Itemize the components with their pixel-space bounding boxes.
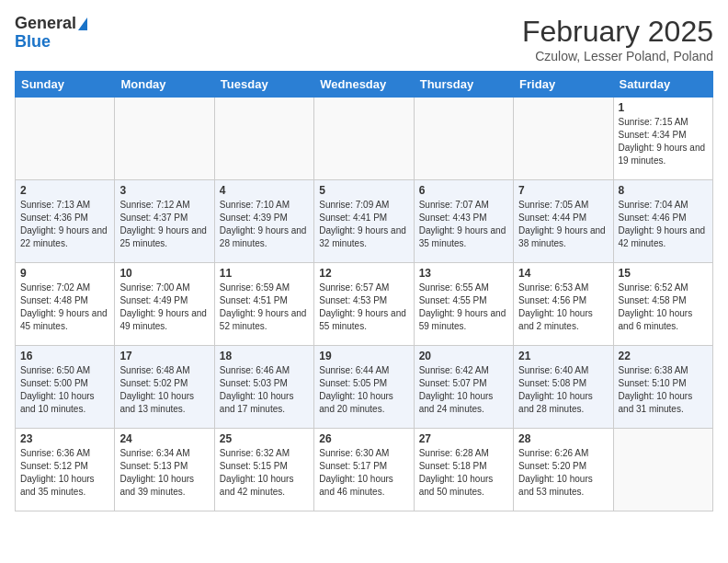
day-info: Sunrise: 6:57 AM Sunset: 4:53 PM Dayligh… [319, 282, 408, 333]
weekday-header-sunday: Sunday [16, 72, 115, 98]
calendar-cell [16, 98, 115, 180]
day-number: 1 [619, 101, 708, 114]
calendar-table: SundayMondayTuesdayWednesdayThursdayFrid… [15, 71, 713, 511]
day-number: 6 [419, 184, 508, 197]
day-info: Sunrise: 6:36 AM Sunset: 5:12 PM Dayligh… [20, 447, 109, 499]
day-info: Sunrise: 7:05 AM Sunset: 4:44 PM Dayligh… [518, 199, 608, 250]
day-info: Sunrise: 7:12 AM Sunset: 4:37 PM Dayligh… [119, 199, 209, 250]
day-number: 13 [419, 267, 508, 280]
calendar-cell: 10Sunrise: 7:00 AM Sunset: 4:49 PM Dayli… [115, 263, 214, 346]
day-number: 16 [20, 350, 109, 362]
calendar-cell: 23Sunrise: 6:36 AM Sunset: 5:12 PM Dayli… [16, 429, 115, 511]
day-number: 3 [119, 184, 209, 197]
day-info: Sunrise: 6:44 AM Sunset: 5:05 PM Dayligh… [319, 364, 408, 416]
day-info: Sunrise: 6:26 AM Sunset: 5:20 PM Dayligh… [518, 447, 608, 499]
calendar-cell: 20Sunrise: 6:42 AM Sunset: 5:07 PM Dayli… [414, 346, 513, 429]
calendar-cell: 13Sunrise: 6:55 AM Sunset: 4:55 PM Dayli… [414, 263, 513, 346]
day-info: Sunrise: 6:40 AM Sunset: 5:08 PM Dayligh… [518, 364, 608, 416]
calendar-cell: 26Sunrise: 6:30 AM Sunset: 5:17 PM Dayli… [314, 429, 414, 511]
calendar-cell: 27Sunrise: 6:28 AM Sunset: 5:18 PM Dayli… [414, 429, 513, 511]
day-info: Sunrise: 6:50 AM Sunset: 5:00 PM Dayligh… [20, 364, 109, 416]
calendar-week-row: 2Sunrise: 7:13 AM Sunset: 4:36 PM Daylig… [16, 180, 713, 263]
calendar-cell: 18Sunrise: 6:46 AM Sunset: 5:03 PM Dayli… [214, 346, 313, 429]
calendar-cell: 11Sunrise: 6:59 AM Sunset: 4:51 PM Dayli… [214, 263, 313, 346]
month-title: February 2025 [522, 15, 713, 49]
calendar-cell: 19Sunrise: 6:44 AM Sunset: 5:05 PM Dayli… [314, 346, 414, 429]
calendar-cell: 4Sunrise: 7:10 AM Sunset: 4:39 PM Daylig… [214, 180, 313, 263]
calendar-cell: 1Sunrise: 7:15 AM Sunset: 4:34 PM Daylig… [613, 98, 712, 180]
day-info: Sunrise: 7:07 AM Sunset: 4:43 PM Dayligh… [419, 199, 508, 250]
day-info: Sunrise: 7:04 AM Sunset: 4:46 PM Dayligh… [619, 199, 708, 250]
calendar-cell [514, 98, 613, 180]
logo-text-general: General [15, 15, 76, 33]
weekday-header-wednesday: Wednesday [314, 72, 414, 98]
day-number: 23 [20, 432, 109, 445]
day-number: 10 [119, 267, 209, 280]
weekday-header-tuesday: Tuesday [214, 72, 313, 98]
day-info: Sunrise: 6:42 AM Sunset: 5:07 PM Dayligh… [419, 364, 508, 416]
day-info: Sunrise: 7:10 AM Sunset: 4:39 PM Dayligh… [220, 199, 309, 250]
day-number: 21 [518, 350, 608, 362]
calendar-cell: 2Sunrise: 7:13 AM Sunset: 4:36 PM Daylig… [16, 180, 115, 263]
calendar-cell [613, 429, 712, 511]
page-header: General Blue February 2025 Czulow, Lesse… [15, 15, 713, 63]
day-number: 9 [20, 267, 109, 280]
calendar-week-row: 16Sunrise: 6:50 AM Sunset: 5:00 PM Dayli… [16, 346, 713, 429]
day-info: Sunrise: 7:15 AM Sunset: 4:34 PM Dayligh… [619, 116, 708, 167]
calendar-cell: 5Sunrise: 7:09 AM Sunset: 4:41 PM Daylig… [314, 180, 414, 263]
location-text: Czulow, Lesser Poland, Poland [522, 49, 713, 63]
logo-triangle-icon [78, 17, 87, 30]
day-number: 11 [220, 267, 309, 280]
title-block: February 2025 Czulow, Lesser Poland, Pol… [522, 15, 713, 63]
day-number: 18 [220, 350, 309, 362]
day-number: 7 [518, 184, 608, 197]
day-info: Sunrise: 6:28 AM Sunset: 5:18 PM Dayligh… [419, 447, 508, 499]
calendar-cell: 8Sunrise: 7:04 AM Sunset: 4:46 PM Daylig… [613, 180, 712, 263]
day-number: 15 [619, 267, 708, 280]
weekday-header-row: SundayMondayTuesdayWednesdayThursdayFrid… [16, 72, 713, 98]
day-number: 24 [119, 432, 209, 445]
day-number: 20 [419, 350, 508, 362]
day-number: 17 [119, 350, 209, 362]
calendar-cell: 16Sunrise: 6:50 AM Sunset: 5:00 PM Dayli… [16, 346, 115, 429]
day-number: 28 [518, 432, 608, 445]
day-info: Sunrise: 6:32 AM Sunset: 5:15 PM Dayligh… [220, 447, 309, 499]
day-number: 19 [319, 350, 408, 362]
day-number: 27 [419, 432, 508, 445]
day-number: 8 [619, 184, 708, 197]
day-info: Sunrise: 6:38 AM Sunset: 5:10 PM Dayligh… [619, 364, 708, 416]
calendar-cell: 9Sunrise: 7:02 AM Sunset: 4:48 PM Daylig… [16, 263, 115, 346]
day-info: Sunrise: 7:00 AM Sunset: 4:49 PM Dayligh… [119, 282, 209, 333]
calendar-cell [115, 98, 214, 180]
calendar-week-row: 23Sunrise: 6:36 AM Sunset: 5:12 PM Dayli… [16, 429, 713, 511]
calendar-cell: 15Sunrise: 6:52 AM Sunset: 4:58 PM Dayli… [613, 263, 712, 346]
day-number: 25 [220, 432, 309, 445]
calendar-cell [414, 98, 513, 180]
calendar-cell: 24Sunrise: 6:34 AM Sunset: 5:13 PM Dayli… [115, 429, 214, 511]
day-info: Sunrise: 7:13 AM Sunset: 4:36 PM Dayligh… [20, 199, 109, 250]
calendar-cell: 21Sunrise: 6:40 AM Sunset: 5:08 PM Dayli… [514, 346, 613, 429]
calendar-cell: 28Sunrise: 6:26 AM Sunset: 5:20 PM Dayli… [514, 429, 613, 511]
day-number: 2 [20, 184, 109, 197]
calendar-cell: 14Sunrise: 6:53 AM Sunset: 4:56 PM Dayli… [514, 263, 613, 346]
calendar-cell: 17Sunrise: 6:48 AM Sunset: 5:02 PM Dayli… [115, 346, 214, 429]
logo: General Blue [15, 15, 87, 52]
day-info: Sunrise: 6:53 AM Sunset: 4:56 PM Dayligh… [518, 282, 608, 333]
day-info: Sunrise: 6:59 AM Sunset: 4:51 PM Dayligh… [220, 282, 309, 333]
weekday-header-friday: Friday [514, 72, 613, 98]
day-number: 14 [518, 267, 608, 280]
day-info: Sunrise: 7:09 AM Sunset: 4:41 PM Dayligh… [319, 199, 408, 250]
day-number: 4 [220, 184, 309, 197]
day-number: 5 [319, 184, 408, 197]
day-info: Sunrise: 6:52 AM Sunset: 4:58 PM Dayligh… [619, 282, 708, 333]
weekday-header-thursday: Thursday [414, 72, 513, 98]
calendar-cell [214, 98, 313, 180]
day-info: Sunrise: 6:55 AM Sunset: 4:55 PM Dayligh… [419, 282, 508, 333]
calendar-week-row: 1Sunrise: 7:15 AM Sunset: 4:34 PM Daylig… [16, 98, 713, 180]
day-info: Sunrise: 7:02 AM Sunset: 4:48 PM Dayligh… [20, 282, 109, 333]
calendar-week-row: 9Sunrise: 7:02 AM Sunset: 4:48 PM Daylig… [16, 263, 713, 346]
calendar-cell [314, 98, 414, 180]
day-info: Sunrise: 6:48 AM Sunset: 5:02 PM Dayligh… [119, 364, 209, 416]
calendar-cell: 12Sunrise: 6:57 AM Sunset: 4:53 PM Dayli… [314, 263, 414, 346]
day-info: Sunrise: 6:46 AM Sunset: 5:03 PM Dayligh… [220, 364, 309, 416]
